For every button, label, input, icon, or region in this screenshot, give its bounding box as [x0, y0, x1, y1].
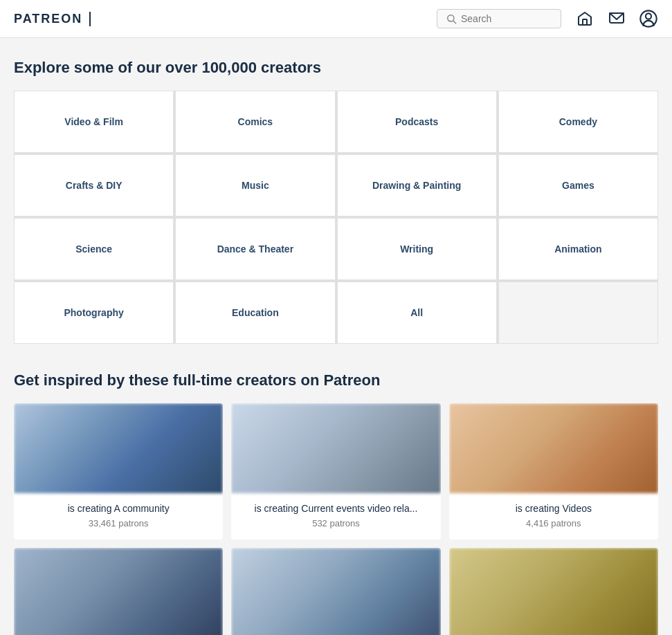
- category-video-film[interactable]: Video & Film: [15, 91, 173, 152]
- category-empty: [499, 282, 657, 343]
- category-science[interactable]: Science: [15, 219, 173, 279]
- category-games[interactable]: Games: [499, 155, 657, 216]
- category-all[interactable]: All: [338, 282, 496, 343]
- category-writing[interactable]: Writing: [338, 219, 496, 279]
- creator-info-2: is creating Current events video rela...…: [231, 493, 440, 540]
- creator-patrons-2: 532 patrons: [239, 518, 432, 528]
- creator-card-1[interactable]: is creating A community 33,461 patrons: [14, 403, 223, 540]
- creator-info-1: is creating A community 33,461 patrons: [14, 493, 223, 540]
- creator-card-2[interactable]: is creating Current events video rela...…: [231, 403, 440, 540]
- creator-card-6[interactable]: [449, 548, 658, 635]
- svg-point-5: [646, 13, 651, 19]
- explore-title: Explore some of our over 100,000 creator…: [14, 59, 658, 77]
- creator-card-5[interactable]: [231, 548, 440, 635]
- category-dance-theater[interactable]: Dance & Theater: [176, 219, 334, 279]
- main-content: Explore some of our over 100,000 creator…: [0, 38, 672, 635]
- logo[interactable]: PATREON: [14, 12, 91, 26]
- messages-icon[interactable]: [607, 9, 626, 28]
- creators-title: Get inspired by these full-time creators…: [14, 371, 658, 389]
- category-photography[interactable]: Photography: [15, 282, 173, 343]
- category-drawing-painting[interactable]: Drawing & Painting: [338, 155, 496, 216]
- creator-patrons-1: 33,461 patrons: [22, 518, 215, 528]
- creator-patrons-3: 4,416 patrons: [457, 518, 650, 528]
- svg-line-1: [453, 21, 456, 24]
- svg-rect-2: [583, 19, 587, 25]
- category-comics[interactable]: Comics: [176, 91, 334, 152]
- search-icon: [446, 13, 457, 24]
- category-crafts-diy[interactable]: Crafts & DIY: [15, 155, 173, 216]
- creator-card-4[interactable]: [14, 548, 223, 635]
- creator-card-3[interactable]: is creating Videos 4,416 patrons: [449, 403, 658, 540]
- creator-description-1: is creating A community: [22, 503, 215, 514]
- category-education[interactable]: Education: [176, 282, 334, 343]
- creator-thumb-1: [14, 403, 223, 493]
- creator-description-2: is creating Current events video rela...: [239, 503, 432, 514]
- category-podcasts[interactable]: Podcasts: [338, 91, 496, 152]
- creators-grid: is creating A community 33,461 patrons i…: [14, 403, 658, 635]
- creator-thumb-2: [231, 403, 440, 493]
- header: PATREON: [0, 0, 672, 38]
- creator-thumb-3: [449, 403, 658, 493]
- creator-description-3: is creating Videos: [457, 503, 650, 514]
- nav-icons: [575, 9, 658, 28]
- category-music[interactable]: Music: [176, 155, 334, 216]
- category-grid: Video & Film Comics Podcasts Comedy Craf…: [14, 91, 658, 344]
- category-animation[interactable]: Animation: [499, 219, 657, 279]
- search-input[interactable]: [461, 13, 552, 24]
- avatar[interactable]: [639, 9, 658, 28]
- creator-thumb-4: [14, 548, 223, 635]
- creator-thumb-5: [231, 548, 440, 635]
- home-icon[interactable]: [575, 9, 594, 28]
- search-container[interactable]: [437, 9, 561, 28]
- creator-thumb-6: [449, 548, 658, 635]
- category-comedy[interactable]: Comedy: [499, 91, 657, 152]
- creator-info-3: is creating Videos 4,416 patrons: [449, 493, 658, 540]
